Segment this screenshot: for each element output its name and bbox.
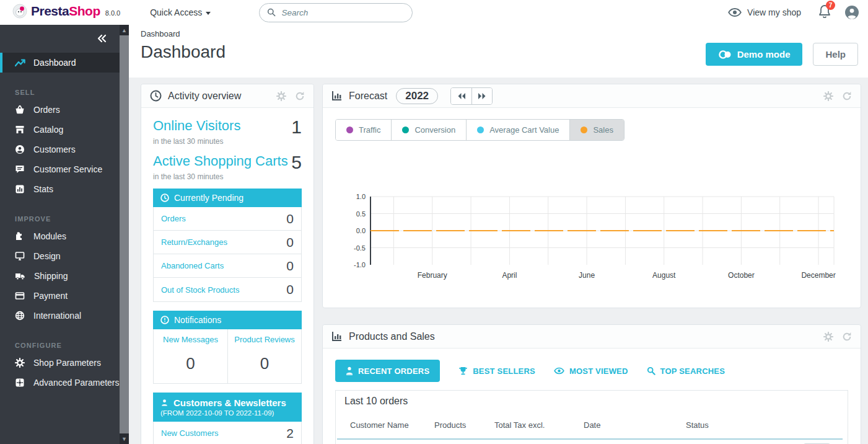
column-products: Products xyxy=(434,420,494,430)
gear-icon[interactable] xyxy=(823,332,833,342)
product-reviews-link[interactable]: Product Reviews xyxy=(230,335,299,344)
tab-most-viewed[interactable]: MOST VIEWED xyxy=(554,366,628,376)
tab-recent-orders[interactable]: RECENT ORDERS xyxy=(335,360,440,382)
page-title: Dashboard xyxy=(141,42,226,62)
credit-card-icon xyxy=(15,291,25,301)
table-title: Last 10 orders xyxy=(336,391,848,412)
table-row xyxy=(336,440,848,444)
sidebar-section-configure: CONFIGURE xyxy=(0,326,120,353)
sidebar-item-orders[interactable]: Orders xyxy=(0,100,120,120)
sidebar-item-advanced-parameters[interactable]: Advanced Parameters xyxy=(0,373,120,393)
sidebar-item-modules[interactable]: Modules xyxy=(0,226,120,246)
svg-text:December: December xyxy=(801,271,835,280)
abandoned-carts-link[interactable]: Abandoned Carts xyxy=(161,261,224,270)
tab-average-cart-value[interactable]: Average Cart Value xyxy=(466,120,569,140)
sidebar-item-label: Advanced Parameters xyxy=(33,378,120,388)
tab-conversion[interactable]: Conversion xyxy=(391,120,466,140)
product-reviews-cell[interactable]: Product Reviews 0 xyxy=(227,329,301,383)
sidebar-item-label: Shop Parameters xyxy=(33,358,101,368)
sidebar-item-label: Customer Service xyxy=(33,164,102,174)
online-visitors-link[interactable]: Online Visitors xyxy=(153,118,240,133)
search-icon xyxy=(647,366,655,375)
refresh-icon[interactable] xyxy=(842,91,852,101)
out-of-stock-link[interactable]: Out of Stock Products xyxy=(161,285,239,295)
forecast-series-tabs: Traffic Conversion Average Cart Value Sa… xyxy=(335,119,625,141)
sidebar-item-shipping[interactable]: Shipping xyxy=(0,266,120,286)
monitor-icon xyxy=(15,251,25,261)
sidebar-item-stats[interactable]: Stats xyxy=(0,179,120,199)
sidebar-item-customers[interactable]: Customers xyxy=(0,140,120,159)
new-messages-cell[interactable]: New Messages 0 xyxy=(154,329,227,383)
puzzle-icon xyxy=(15,231,25,241)
last-orders-table: Last 10 orders Customer Name Products To… xyxy=(335,390,848,444)
previous-year-button[interactable] xyxy=(451,88,471,104)
page-header: Dashboard Dashboard Demo mode Help xyxy=(129,25,868,78)
tab-top-searches[interactable]: TOP SEARCHES xyxy=(647,366,726,376)
gear-icon[interactable] xyxy=(276,91,286,101)
activity-overview-panel: Activity overview Online Visitors 1 in t… xyxy=(141,84,314,444)
tab-traffic-label: Traffic xyxy=(359,125,380,135)
demo-mode-button[interactable]: Demo mode xyxy=(706,43,803,66)
sidebar-item-label: Dashboard xyxy=(33,58,76,68)
sidebar-item-international[interactable]: International xyxy=(0,306,120,326)
skip-forward-icon xyxy=(477,92,487,100)
tab-sales-label: Sales xyxy=(593,125,613,135)
refresh-icon[interactable] xyxy=(295,91,305,101)
tab-sales[interactable]: Sales xyxy=(569,120,624,140)
forecast-year-selector[interactable]: 2022 xyxy=(396,88,438,104)
refresh-icon[interactable] xyxy=(842,332,852,342)
scrollbar-up-button[interactable]: ▲ xyxy=(120,25,129,35)
sidebar-item-payment[interactable]: Payment xyxy=(0,286,120,306)
sidebar-item-label: Shipping xyxy=(34,271,68,281)
person-icon xyxy=(160,399,169,407)
pending-returns-link[interactable]: Return/Exchanges xyxy=(161,238,227,247)
breadcrumb[interactable]: Dashboard xyxy=(141,29,180,38)
tab-best-sellers[interactable]: BEST SELLERS xyxy=(458,366,535,376)
sidebar-item-label: Customers xyxy=(33,144,76,154)
pending-list: Orders 0 Return/Exchanges 0 Abandoned Ca… xyxy=(153,207,302,302)
brand-presta: Presta xyxy=(31,4,69,19)
svg-text:-1.0: -1.0 xyxy=(354,261,366,269)
gear-icon[interactable] xyxy=(823,91,833,101)
active-carts-metric: Active Shopping Carts 5 xyxy=(153,153,302,172)
sidebar-item-shop-parameters[interactable]: Shop Parameters xyxy=(0,353,120,373)
global-search[interactable] xyxy=(259,3,413,22)
clock-icon xyxy=(160,193,169,202)
collapse-sidebar-icon[interactable] xyxy=(97,34,107,43)
dashboard-content: Activity overview Online Visitors 1 in t… xyxy=(129,78,868,444)
quick-access-dropdown[interactable]: Quick Access xyxy=(150,7,211,17)
scrollbar-down-button[interactable]: ▼ xyxy=(120,433,129,444)
pending-row-orders: Orders 0 xyxy=(154,207,301,231)
chevron-down-icon xyxy=(206,12,211,15)
user-avatar[interactable] xyxy=(844,5,859,20)
chat-icon xyxy=(15,164,25,174)
pending-orders-link[interactable]: Orders xyxy=(161,214,186,223)
notifications-header: Notifications xyxy=(153,311,302,329)
active-carts-link[interactable]: Active Shopping Carts xyxy=(153,153,288,169)
tab-traffic[interactable]: Traffic xyxy=(336,120,391,140)
sidebar-item-label: Stats xyxy=(33,184,53,194)
new-messages-link[interactable]: New Messages xyxy=(156,335,225,344)
toggle-icon xyxy=(718,50,732,60)
conversion-dot-icon xyxy=(402,127,409,133)
svg-text:October: October xyxy=(728,271,755,280)
chart-icon xyxy=(331,331,343,342)
sidebar-item-design[interactable]: Design xyxy=(0,246,120,266)
traffic-dot-icon xyxy=(346,127,353,133)
next-year-button[interactable] xyxy=(471,88,492,104)
brand-logo[interactable]: PrestaShop 8.0.0 xyxy=(12,4,120,21)
sidebar-item-catalog[interactable]: Catalog xyxy=(0,120,120,140)
new-messages-value: 0 xyxy=(156,354,225,373)
eye-icon xyxy=(728,7,742,17)
average-cart-value-dot-icon xyxy=(477,127,484,133)
help-button[interactable]: Help xyxy=(813,43,858,66)
search-input[interactable] xyxy=(282,8,405,17)
notifications-bell[interactable]: 7 xyxy=(818,4,831,20)
view-my-shop-link[interactable]: View my shop xyxy=(728,7,801,17)
sidebar-item-label: Catalog xyxy=(33,125,63,135)
new-customers-link[interactable]: New Customers xyxy=(161,428,218,438)
scrollbar-thumb[interactable] xyxy=(120,35,129,433)
panel-title: Forecast xyxy=(349,91,387,102)
sidebar-item-customer-service[interactable]: Customer Service xyxy=(0,159,120,179)
sidebar-item-dashboard[interactable]: Dashboard xyxy=(0,53,120,73)
